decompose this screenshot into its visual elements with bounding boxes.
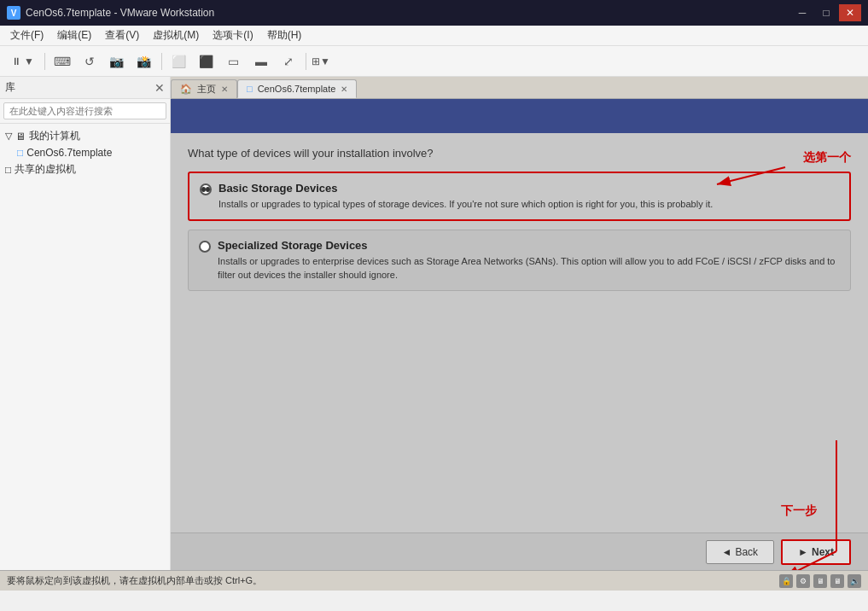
close-button[interactable]: ✕ <box>839 4 861 21</box>
next-button[interactable]: ► Next <box>781 539 851 565</box>
toolbar-separator-1 <box>44 53 45 70</box>
main-layout: 库 ✕ ▽ 🖥 我的计算机 □ CenOs6.7template □ 共享的虚拟… <box>0 77 868 570</box>
tabs-bar: 🏠 主页 ✕ □ CenOs6.7template ✕ <box>171 77 868 99</box>
vmware-icon: V <box>7 6 20 20</box>
status-bar: 要将鼠标定向到该虚拟机，请在虚拟机内部单击或按 Ctrl+G。 🔒 ⚙ 🖥 🖥 … <box>0 570 868 591</box>
title-bar-left: V CenOs6.7template - VMware Workstation <box>7 6 214 20</box>
tree-shared-label[interactable]: 共享的虚拟机 <box>15 162 76 177</box>
specialized-storage-text: Specialized Storage Devices Installs or … <box>218 239 840 282</box>
status-icon-2: ⚙ <box>796 574 810 588</box>
toolbar: ⏸ ▼ ⌨ ↺ 📷 📸 ⬜ ⬛ ▭ ▬ ⤢ ⊞▼ <box>0 46 868 77</box>
sidebar-close-button[interactable]: ✕ <box>154 81 165 95</box>
window-title: CenOs6.7template - VMware Workstation <box>26 7 214 19</box>
title-bar: V CenOs6.7template - VMware Workstation … <box>0 0 868 26</box>
tab-home-label: 主页 <box>197 83 216 96</box>
pause-icon: ⏸ <box>11 55 21 67</box>
install-header-bar <box>171 99 868 133</box>
menu-vm[interactable]: 虚拟机(M) <box>146 26 206 44</box>
back-label: Back <box>735 546 758 558</box>
status-icon-4: 🖥 <box>830 574 844 588</box>
basic-storage-radio[interactable] <box>200 183 212 195</box>
sidebar-title: 库 <box>5 80 15 95</box>
next-label: Next <box>812 546 834 558</box>
tab-home-close[interactable]: ✕ <box>221 84 228 94</box>
tab-home[interactable]: 🏠 主页 ✕ <box>171 79 237 98</box>
toolbar-fit3[interactable]: ▭ <box>221 49 247 73</box>
status-icons: 🔒 ⚙ 🖥 🖥 🔈 <box>779 574 861 588</box>
specialized-storage-radio[interactable] <box>199 241 211 253</box>
toolbar-snapshot1[interactable]: 📷 <box>104 49 130 73</box>
restore-button[interactable]: □ <box>815 4 837 21</box>
expand-icon: ▽ <box>5 131 12 142</box>
next-arrow-icon: ► <box>798 546 808 558</box>
menu-tabs[interactable]: 选项卡(I) <box>206 26 259 44</box>
back-arrow-icon: ◄ <box>722 546 732 558</box>
status-icon-5: 🔈 <box>848 574 861 588</box>
window-controls: ─ □ ✕ <box>791 4 861 21</box>
specialized-storage-option[interactable]: Specialized Storage Devices Installs or … <box>188 230 851 291</box>
content-area: 🏠 主页 ✕ □ CenOs6.7template ✕ What type of… <box>171 77 868 570</box>
toolbar-fit4[interactable]: ▬ <box>248 49 274 73</box>
tree-vm-item[interactable]: □ CenOs6.7template <box>3 145 166 160</box>
radio-checked-dot <box>201 187 206 192</box>
toolbar-view-mode[interactable]: ⊞▼ <box>311 49 331 73</box>
bottom-navigation-bar: ◄ Back ► Next <box>171 532 868 570</box>
sidebar-search-input[interactable] <box>3 102 166 119</box>
home-icon: 🏠 <box>180 84 192 95</box>
tree-root-expand[interactable]: ▽ 🖥 我的计算机 <box>3 127 166 145</box>
tab-vm-close[interactable]: ✕ <box>341 84 347 94</box>
basic-storage-title: Basic Storage Devices <box>218 182 713 195</box>
menu-edit[interactable]: 编辑(E) <box>50 26 98 44</box>
toolbar-refresh[interactable]: ↺ <box>77 49 102 73</box>
vm-content: What type of devices will your installat… <box>171 99 868 570</box>
specialized-storage-desc: Installs or upgrades to enterprise devic… <box>218 255 840 282</box>
menu-help[interactable]: 帮助(H) <box>260 26 309 44</box>
toolbar-fullscreen[interactable]: ⤢ <box>276 49 301 73</box>
toolbar-send-keys[interactable]: ⌨ <box>50 49 75 73</box>
toolbar-separator-3 <box>306 53 306 70</box>
basic-storage-desc: Installs or upgrades to typical types of… <box>218 198 713 211</box>
sidebar: 库 ✕ ▽ 🖥 我的计算机 □ CenOs6.7template □ 共享的虚拟… <box>0 77 171 570</box>
shared-icon: □ <box>5 164 11 176</box>
install-question: What type of devices will your installat… <box>188 147 851 160</box>
menu-file[interactable]: 文件(F) <box>3 26 50 44</box>
install-body: What type of devices will your installat… <box>171 133 868 532</box>
sidebar-header: 库 ✕ <box>0 77 170 99</box>
toolbar-fit2[interactable]: ⬛ <box>194 49 219 73</box>
tab-vm[interactable]: □ CenOs6.7template ✕ <box>237 79 357 98</box>
basic-storage-option[interactable]: Basic Storage Devices Installs or upgrad… <box>188 172 851 221</box>
toolbar-pause-button[interactable]: ⏸ ▼ <box>5 49 40 73</box>
specialized-storage-title: Specialized Storage Devices <box>218 239 840 252</box>
minimize-button[interactable]: ─ <box>791 4 813 21</box>
tree-shared-item[interactable]: □ 共享的虚拟机 <box>3 160 166 178</box>
tab-vm-icon: □ <box>247 84 253 94</box>
basic-storage-text: Basic Storage Devices Installs or upgrad… <box>218 182 713 211</box>
tree-vm-label[interactable]: CenOs6.7template <box>26 147 112 159</box>
toolbar-snapshot2[interactable]: 📸 <box>131 49 157 73</box>
toolbar-fit1[interactable]: ⬜ <box>166 49 192 73</box>
menu-bar: 文件(F) 编辑(E) 查看(V) 虚拟机(M) 选项卡(I) 帮助(H) <box>0 26 868 46</box>
status-icon-1: 🔒 <box>779 574 793 588</box>
vm-icon: □ <box>17 147 23 159</box>
sidebar-tree: ▽ 🖥 我的计算机 □ CenOs6.7template □ 共享的虚拟机 <box>0 124 170 570</box>
tab-vm-label: CenOs6.7template <box>258 84 336 94</box>
status-icon-3: 🖥 <box>813 574 827 588</box>
computer-icon: 🖥 <box>15 131 26 143</box>
pause-dropdown-icon: ▼ <box>24 55 34 67</box>
sidebar-search-area <box>0 99 170 124</box>
status-text: 要将鼠标定向到该虚拟机，请在虚拟机内部单击或按 Ctrl+G。 <box>7 574 262 587</box>
back-button[interactable]: ◄ Back <box>706 540 775 564</box>
menu-view[interactable]: 查看(V) <box>98 26 146 44</box>
toolbar-separator-2 <box>161 53 162 70</box>
tree-my-computer[interactable]: 我的计算机 <box>29 129 80 143</box>
